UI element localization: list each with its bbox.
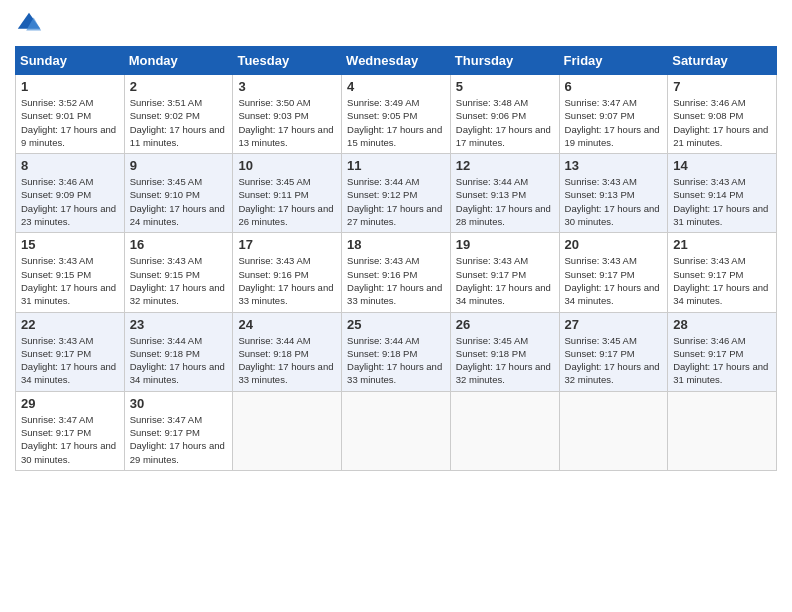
- day-info: Sunrise: 3:44 AMSunset: 9:18 PMDaylight:…: [130, 334, 228, 387]
- day-number: 24: [238, 317, 336, 332]
- logo: [15, 10, 47, 38]
- calendar-week-5: 29Sunrise: 3:47 AMSunset: 9:17 PMDayligh…: [16, 391, 777, 470]
- day-number: 18: [347, 237, 445, 252]
- day-number: 14: [673, 158, 771, 173]
- day-number: 5: [456, 79, 554, 94]
- day-info: Sunrise: 3:46 AMSunset: 9:17 PMDaylight:…: [673, 334, 771, 387]
- calendar-cell: 22Sunrise: 3:43 AMSunset: 9:17 PMDayligh…: [16, 312, 125, 391]
- calendar-cell: 10Sunrise: 3:45 AMSunset: 9:11 PMDayligh…: [233, 154, 342, 233]
- day-number: 1: [21, 79, 119, 94]
- calendar-cell: 5Sunrise: 3:48 AMSunset: 9:06 PMDaylight…: [450, 75, 559, 154]
- day-info: Sunrise: 3:43 AMSunset: 9:15 PMDaylight:…: [130, 254, 228, 307]
- day-info: Sunrise: 3:44 AMSunset: 9:13 PMDaylight:…: [456, 175, 554, 228]
- day-info: Sunrise: 3:43 AMSunset: 9:17 PMDaylight:…: [673, 254, 771, 307]
- day-number: 12: [456, 158, 554, 173]
- day-number: 16: [130, 237, 228, 252]
- weekday-header-tuesday: Tuesday: [233, 47, 342, 75]
- day-info: Sunrise: 3:43 AMSunset: 9:13 PMDaylight:…: [565, 175, 663, 228]
- calendar-cell: 20Sunrise: 3:43 AMSunset: 9:17 PMDayligh…: [559, 233, 668, 312]
- day-number: 3: [238, 79, 336, 94]
- calendar-cell: 11Sunrise: 3:44 AMSunset: 9:12 PMDayligh…: [342, 154, 451, 233]
- weekday-header-friday: Friday: [559, 47, 668, 75]
- day-info: Sunrise: 3:45 AMSunset: 9:11 PMDaylight:…: [238, 175, 336, 228]
- weekday-header-row: SundayMondayTuesdayWednesdayThursdayFrid…: [16, 47, 777, 75]
- day-info: Sunrise: 3:43 AMSunset: 9:17 PMDaylight:…: [565, 254, 663, 307]
- day-number: 13: [565, 158, 663, 173]
- day-info: Sunrise: 3:43 AMSunset: 9:17 PMDaylight:…: [21, 334, 119, 387]
- day-number: 22: [21, 317, 119, 332]
- day-number: 17: [238, 237, 336, 252]
- day-number: 7: [673, 79, 771, 94]
- day-info: Sunrise: 3:45 AMSunset: 9:18 PMDaylight:…: [456, 334, 554, 387]
- day-info: Sunrise: 3:51 AMSunset: 9:02 PMDaylight:…: [130, 96, 228, 149]
- calendar-cell: 21Sunrise: 3:43 AMSunset: 9:17 PMDayligh…: [668, 233, 777, 312]
- day-number: 15: [21, 237, 119, 252]
- day-number: 20: [565, 237, 663, 252]
- calendar-cell: [559, 391, 668, 470]
- calendar-cell: 29Sunrise: 3:47 AMSunset: 9:17 PMDayligh…: [16, 391, 125, 470]
- day-number: 19: [456, 237, 554, 252]
- day-info: Sunrise: 3:46 AMSunset: 9:09 PMDaylight:…: [21, 175, 119, 228]
- calendar-week-1: 1Sunrise: 3:52 AMSunset: 9:01 PMDaylight…: [16, 75, 777, 154]
- calendar-cell: 13Sunrise: 3:43 AMSunset: 9:13 PMDayligh…: [559, 154, 668, 233]
- day-info: Sunrise: 3:47 AMSunset: 9:17 PMDaylight:…: [21, 413, 119, 466]
- calendar-cell: 4Sunrise: 3:49 AMSunset: 9:05 PMDaylight…: [342, 75, 451, 154]
- calendar-cell: 18Sunrise: 3:43 AMSunset: 9:16 PMDayligh…: [342, 233, 451, 312]
- day-info: Sunrise: 3:47 AMSunset: 9:07 PMDaylight:…: [565, 96, 663, 149]
- calendar-week-3: 15Sunrise: 3:43 AMSunset: 9:15 PMDayligh…: [16, 233, 777, 312]
- calendar-cell: 6Sunrise: 3:47 AMSunset: 9:07 PMDaylight…: [559, 75, 668, 154]
- day-number: 8: [21, 158, 119, 173]
- day-info: Sunrise: 3:47 AMSunset: 9:17 PMDaylight:…: [130, 413, 228, 466]
- day-info: Sunrise: 3:45 AMSunset: 9:17 PMDaylight:…: [565, 334, 663, 387]
- header: [15, 10, 777, 38]
- day-info: Sunrise: 3:50 AMSunset: 9:03 PMDaylight:…: [238, 96, 336, 149]
- calendar-cell: 30Sunrise: 3:47 AMSunset: 9:17 PMDayligh…: [124, 391, 233, 470]
- weekday-header-sunday: Sunday: [16, 47, 125, 75]
- calendar-cell: 24Sunrise: 3:44 AMSunset: 9:18 PMDayligh…: [233, 312, 342, 391]
- calendar-cell: 12Sunrise: 3:44 AMSunset: 9:13 PMDayligh…: [450, 154, 559, 233]
- calendar-cell: 27Sunrise: 3:45 AMSunset: 9:17 PMDayligh…: [559, 312, 668, 391]
- weekday-header-saturday: Saturday: [668, 47, 777, 75]
- calendar-cell: 14Sunrise: 3:43 AMSunset: 9:14 PMDayligh…: [668, 154, 777, 233]
- day-number: 11: [347, 158, 445, 173]
- day-number: 4: [347, 79, 445, 94]
- calendar-cell: 26Sunrise: 3:45 AMSunset: 9:18 PMDayligh…: [450, 312, 559, 391]
- calendar-cell: 2Sunrise: 3:51 AMSunset: 9:02 PMDaylight…: [124, 75, 233, 154]
- weekday-header-wednesday: Wednesday: [342, 47, 451, 75]
- calendar-cell: 1Sunrise: 3:52 AMSunset: 9:01 PMDaylight…: [16, 75, 125, 154]
- calendar-cell: 16Sunrise: 3:43 AMSunset: 9:15 PMDayligh…: [124, 233, 233, 312]
- day-info: Sunrise: 3:44 AMSunset: 9:18 PMDaylight:…: [347, 334, 445, 387]
- calendar: SundayMondayTuesdayWednesdayThursdayFrid…: [15, 46, 777, 471]
- calendar-cell: 23Sunrise: 3:44 AMSunset: 9:18 PMDayligh…: [124, 312, 233, 391]
- calendar-cell: 3Sunrise: 3:50 AMSunset: 9:03 PMDaylight…: [233, 75, 342, 154]
- day-number: 9: [130, 158, 228, 173]
- logo-icon: [15, 10, 43, 38]
- calendar-cell: [450, 391, 559, 470]
- day-info: Sunrise: 3:43 AMSunset: 9:15 PMDaylight:…: [21, 254, 119, 307]
- day-info: Sunrise: 3:44 AMSunset: 9:18 PMDaylight:…: [238, 334, 336, 387]
- calendar-cell: [233, 391, 342, 470]
- weekday-header-monday: Monday: [124, 47, 233, 75]
- day-info: Sunrise: 3:52 AMSunset: 9:01 PMDaylight:…: [21, 96, 119, 149]
- calendar-cell: 8Sunrise: 3:46 AMSunset: 9:09 PMDaylight…: [16, 154, 125, 233]
- calendar-week-4: 22Sunrise: 3:43 AMSunset: 9:17 PMDayligh…: [16, 312, 777, 391]
- calendar-cell: 28Sunrise: 3:46 AMSunset: 9:17 PMDayligh…: [668, 312, 777, 391]
- calendar-week-2: 8Sunrise: 3:46 AMSunset: 9:09 PMDaylight…: [16, 154, 777, 233]
- day-info: Sunrise: 3:48 AMSunset: 9:06 PMDaylight:…: [456, 96, 554, 149]
- day-info: Sunrise: 3:43 AMSunset: 9:17 PMDaylight:…: [456, 254, 554, 307]
- calendar-cell: 25Sunrise: 3:44 AMSunset: 9:18 PMDayligh…: [342, 312, 451, 391]
- calendar-cell: 17Sunrise: 3:43 AMSunset: 9:16 PMDayligh…: [233, 233, 342, 312]
- day-info: Sunrise: 3:43 AMSunset: 9:16 PMDaylight:…: [238, 254, 336, 307]
- day-number: 21: [673, 237, 771, 252]
- day-number: 29: [21, 396, 119, 411]
- day-info: Sunrise: 3:49 AMSunset: 9:05 PMDaylight:…: [347, 96, 445, 149]
- day-number: 26: [456, 317, 554, 332]
- calendar-cell: 7Sunrise: 3:46 AMSunset: 9:08 PMDaylight…: [668, 75, 777, 154]
- day-number: 25: [347, 317, 445, 332]
- day-number: 30: [130, 396, 228, 411]
- day-info: Sunrise: 3:43 AMSunset: 9:14 PMDaylight:…: [673, 175, 771, 228]
- calendar-cell: 15Sunrise: 3:43 AMSunset: 9:15 PMDayligh…: [16, 233, 125, 312]
- calendar-cell: [342, 391, 451, 470]
- calendar-cell: [668, 391, 777, 470]
- day-info: Sunrise: 3:43 AMSunset: 9:16 PMDaylight:…: [347, 254, 445, 307]
